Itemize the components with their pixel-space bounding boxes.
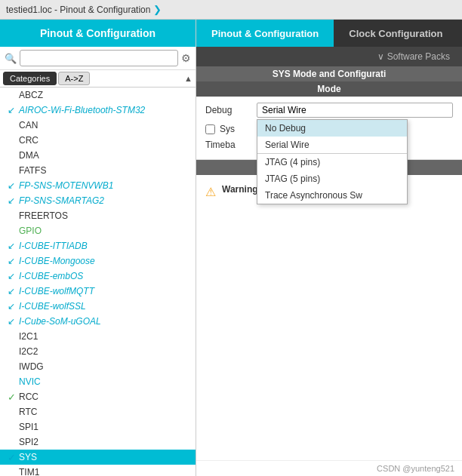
sidebar-label-fp-sns-smartag2: FP-SNS-SMARTAG2	[19, 195, 104, 206]
sidebar-label-spi1: SPI1	[19, 422, 38, 432]
sys-checkbox[interactable]	[205, 124, 215, 134]
sidebar-item-i-cube-mongoose[interactable]: ↙I-CUBE-Mongoose	[0, 253, 196, 269]
sidebar-item-can[interactable]: CAN	[0, 118, 196, 133]
sidebar-item-i2c1[interactable]: I2C1	[0, 329, 196, 344]
sidebar-item-iwdg[interactable]: IWDG	[0, 359, 196, 374]
sys-mode-header: SYS Mode and Configurati	[196, 66, 462, 81]
sidebar-item-i-cube-wolfmqtt[interactable]: ↙I-CUBE-wolfMQTT	[0, 284, 196, 299]
sidebar-label-i-cube-som: I-Cube-SoM-uGOAL	[19, 316, 101, 327]
pinout-tab-bar: Pinout & Configuration	[0, 20, 196, 47]
sidebar-label-tim1: TIM1	[19, 467, 39, 476]
dropdown-item-no-debug[interactable]: No Debug	[257, 120, 407, 137]
search-input[interactable]	[20, 50, 178, 66]
sidebar-item-i2c2[interactable]: I2C2	[0, 344, 196, 359]
sidebar-label-rcc: RCC	[19, 392, 38, 402]
dropdown-item-jtag-5[interactable]: JTAG (5 pins)	[257, 170, 407, 187]
warning-icon: ⚠	[205, 185, 216, 199]
check-icon: ✓	[6, 392, 17, 402]
blue-arrow-icon: ↙	[6, 105, 17, 115]
blue-arrow-icon: ↙	[6, 286, 17, 296]
dropdown-item-jtag-4[interactable]: JTAG (4 pins)	[257, 154, 407, 170]
no-icon	[6, 165, 17, 176]
search-icon: 🔍	[5, 53, 17, 64]
sidebar-label-i-cube-wolfmqtt: I-CUBE-wolfMQTT	[19, 286, 94, 296]
no-icon	[6, 361, 17, 372]
check-blue-icon: ✓	[6, 452, 17, 462]
debug-select[interactable]: Serial Wire	[257, 103, 453, 118]
blue-arrow-icon: ↙	[6, 301, 17, 312]
sidebar-item-rcc[interactable]: ✓RCC	[0, 389, 196, 404]
sidebar-item-fp-sns-motenvwb1[interactable]: ↙FP-SNS-MOTENVWB1	[0, 178, 196, 193]
title-bar: testied1.loc - Pinout & Configuration ❯	[0, 0, 462, 20]
pinout-tab-title[interactable]: Pinout & Configuration	[0, 27, 196, 39]
gear-icon[interactable]: ⚙	[181, 52, 191, 64]
sidebar-label-i-cube-ittiadb: I-CUBE-ITTIADB	[19, 241, 88, 251]
dropdown-item-serial-wire[interactable]: Serial Wire	[257, 137, 407, 153]
sidebar-item-fatfs[interactable]: FATFS	[0, 163, 196, 178]
sidebar-item-airoc[interactable]: ↙AIROC-Wi-Fi-Bluetooth-STM32	[0, 103, 196, 118]
chevron-down-icon: ∨	[377, 51, 384, 62]
no-icon	[6, 467, 17, 476]
sidebar-item-freertos[interactable]: FREERTOS	[0, 208, 196, 223]
software-packs-label[interactable]: Software Packs	[387, 51, 450, 62]
sidebar-item-i-cube-wolfssl[interactable]: ↙I-CUBE-wolfSSL	[0, 299, 196, 314]
sidebar-label-freertos: FREERTOS	[19, 210, 68, 221]
blue-arrow-icon: ↙	[6, 180, 17, 191]
dropdown-item-trace-async[interactable]: Trace Asynchronous Sw	[257, 187, 407, 204]
sidebar-item-nvic[interactable]: NVIC	[0, 374, 196, 389]
sidebar-item-abcz[interactable]: ABCZ	[0, 88, 196, 103]
sidebar-label-iwdg: IWDG	[19, 361, 44, 372]
timeba-label: Timeba	[205, 137, 236, 150]
no-icon	[6, 120, 17, 131]
csdn-text: CSDN @yunteng521	[377, 464, 454, 473]
sidebar-label-abcz: ABCZ	[19, 90, 43, 100]
sidebar-item-i-cube-embos[interactable]: ↙I-CUBE-embOS	[0, 269, 196, 284]
right-tab-bar: Pinout & Configuration Clock Configurati…	[196, 20, 462, 47]
sidebar-item-spi1[interactable]: SPI1	[0, 419, 196, 435]
blue-arrow-icon: ↙	[6, 195, 17, 206]
sidebar-label-gpio: GPIO	[19, 226, 42, 236]
sidebar-label-i-cube-mongoose: I-CUBE-Mongoose	[19, 256, 95, 266]
sidebar-item-i-cube-som[interactable]: ↙I-Cube-SoM-uGOAL	[0, 314, 196, 329]
sidebar-label-fp-sns-motenvwb1: FP-SNS-MOTENVWB1	[19, 180, 113, 191]
title-bar-arrow: ❯	[153, 4, 162, 15]
blue-arrow-icon: ↙	[6, 271, 17, 281]
category-tabs: Categories A->Z ▲	[0, 70, 196, 88]
tab-clock[interactable]: Clock Configuration	[334, 20, 457, 47]
sidebar-item-tim1[interactable]: TIM1	[0, 465, 196, 476]
blue-arrow-icon: ↙	[6, 256, 17, 266]
no-icon	[6, 226, 17, 236]
sidebar-label-spi2: SPI2	[19, 437, 38, 447]
no-icon	[6, 346, 17, 357]
software-packs-bar: ∨ Software Packs	[196, 47, 462, 66]
sidebar-item-i-cube-ittiadb[interactable]: ↙I-CUBE-ITTIADB	[0, 238, 196, 253]
debug-dropdown: No DebugSerial WireJTAG (4 pins)JTAG (5 …	[257, 119, 408, 204]
no-icon	[6, 407, 17, 417]
categories-tab[interactable]: Categories	[3, 72, 57, 85]
sidebar-item-spi2[interactable]: SPI2	[0, 435, 196, 450]
no-icon	[6, 150, 17, 161]
sidebar-item-gpio[interactable]: GPIO	[0, 223, 196, 238]
sidebar-label-airoc: AIROC-Wi-Fi-Bluetooth-STM32	[19, 105, 145, 115]
sidebar-label-i2c2: I2C2	[19, 346, 38, 357]
blue-arrow-icon: ↙	[6, 241, 17, 251]
sidebar-label-sys: SYS	[19, 452, 37, 462]
title-bar-text: testied1.loc - Pinout & Configuration	[6, 5, 150, 15]
sidebar-item-sys[interactable]: ✓SYS	[0, 450, 196, 465]
sidebar-item-dma[interactable]: DMA	[0, 148, 196, 163]
debug-input-wrap: Serial Wire No DebugSerial WireJTAG (4 p…	[257, 103, 453, 118]
sidebar-item-rtc[interactable]: RTC	[0, 404, 196, 419]
no-icon	[6, 90, 17, 100]
blue-arrow-icon: ↙	[6, 316, 17, 327]
sidebar-label-can: CAN	[19, 120, 38, 131]
sidebar-item-crc[interactable]: CRC	[0, 133, 196, 148]
sidebar-label-rtc: RTC	[19, 407, 37, 417]
atoz-tab[interactable]: A->Z	[58, 72, 90, 85]
no-icon	[6, 331, 17, 342]
sidebar-item-fp-sns-smartag2[interactable]: ↙FP-SNS-SMARTAG2	[0, 193, 196, 208]
left-panel: Pinout & Configuration 🔍 ⚙ Categories A-…	[0, 20, 196, 476]
sidebar-label-nvic: NVIC	[19, 376, 41, 387]
tab-pinout[interactable]: Pinout & Configuration	[196, 20, 334, 47]
sidebar-label-i2c1: I2C1	[19, 331, 38, 342]
sidebar-label-dma: DMA	[19, 150, 39, 161]
